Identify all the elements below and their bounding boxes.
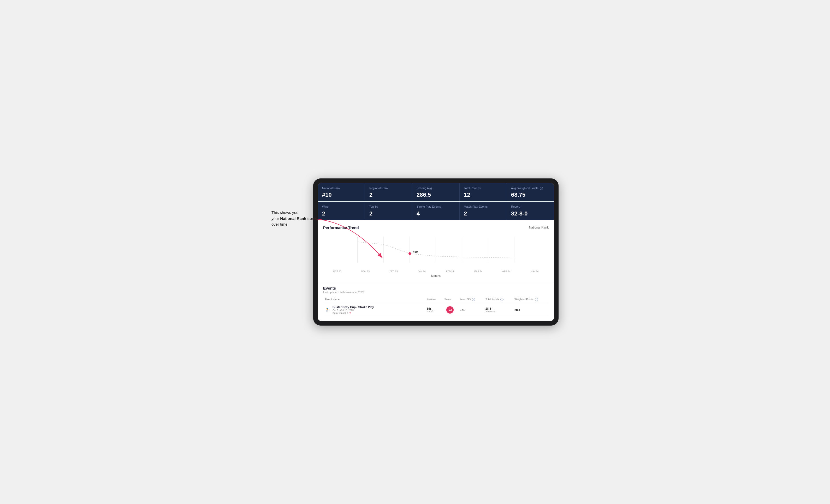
chart-x-label-nov23: NOV 23	[351, 270, 380, 273]
total-points-value: 28.3	[485, 307, 510, 310]
col-event-sg-text: Event SG	[459, 298, 471, 301]
event-name-cell: 🏌️ Buster Cozy Cup - Stroke Play Oct 9 -…	[323, 303, 425, 317]
stat-top3s-label: Top 3s	[369, 205, 408, 208]
stat-regional-rank: Regional Rank 2	[365, 183, 412, 201]
stat-regional-rank-label: Regional Rank	[369, 186, 408, 190]
event-position-sub: out of 7	[427, 310, 440, 313]
chart-x-label-oct23: OCT 23	[323, 270, 351, 273]
chart-x-label-feb24: FEB 24	[436, 270, 464, 273]
stat-avg-weighted-points: Avg. Weighted Points i 68.75	[507, 183, 554, 201]
stat-avg-weighted-label-text: Avg. Weighted Points	[511, 187, 539, 190]
event-date: Oct 9 - Oct 10, 2023	[332, 309, 374, 311]
stat-wins-value: 2	[322, 210, 361, 217]
stat-total-rounds-value: 12	[464, 192, 503, 198]
rank-impact-text: Rank Impact: 3	[332, 312, 348, 314]
stat-match-play-value: 2	[464, 210, 503, 217]
stat-top3s: Top 3s 2	[365, 202, 412, 220]
event-golf-icon: 🏌️	[325, 308, 330, 312]
col-total-points-text: Total Points	[485, 298, 499, 301]
event-details: Buster Cozy Cup - Stroke Play Oct 9 - Oc…	[332, 305, 374, 314]
stat-scoring-avg-value: 286.5	[417, 192, 455, 198]
chart-area: #10	[323, 234, 549, 268]
event-name: Buster Cozy Cup - Stroke Play	[332, 305, 374, 309]
stat-record-value: 32-8-0	[511, 210, 550, 217]
stat-record-label: Record	[511, 205, 550, 208]
col-score: Score	[442, 296, 457, 303]
info-icon-avg-weighted[interactable]: i	[540, 187, 543, 190]
events-last-updated: Last updated: 24th November 2023	[323, 291, 549, 294]
stat-stroke-play-label: Stroke Play Events	[417, 205, 455, 208]
annotation-text: This shows you your National Rank trend …	[272, 210, 318, 228]
event-sg-cell: 0.45	[457, 303, 483, 317]
col-event-sg: Event SG i	[457, 296, 483, 303]
chart-title: Performance Trend	[323, 225, 359, 230]
rank-impact-arrow: ▼	[349, 312, 351, 314]
event-weighted-points-cell: 28.3	[512, 303, 549, 317]
stat-national-rank-value: #10	[322, 192, 361, 198]
total-points-rounds: 3 Rounds	[485, 310, 510, 313]
chart-subtitle: National Rank	[529, 226, 549, 229]
chart-section: Performance Trend National Rank	[318, 220, 554, 282]
stat-scoring-avg-label: Scoring Avg.	[417, 186, 455, 190]
stats-grid-row1: National Rank #10 Regional Rank 2 Scorin…	[318, 183, 554, 201]
stat-national-rank: National Rank #10	[318, 183, 365, 201]
chart-header: Performance Trend National Rank	[323, 225, 549, 230]
tablet-screen: National Rank #10 Regional Rank 2 Scorin…	[318, 183, 554, 321]
chart-x-label-mar24: MAR 24	[464, 270, 492, 273]
events-table: Event Name Position Score Event SG i Tot…	[323, 296, 549, 317]
stat-wins-label: Wins	[322, 205, 361, 208]
annotation-line2: your	[272, 216, 280, 221]
chart-x-label-may24: MAY 24	[520, 270, 549, 273]
score-badge: -22	[446, 306, 454, 313]
col-weighted-points: Weighted Points i	[512, 296, 549, 303]
info-icon-total-points[interactable]: i	[500, 298, 504, 301]
events-title: Events	[323, 286, 549, 290]
chart-x-label-dec23: DEC 23	[380, 270, 408, 273]
chart-x-labels: OCT 23 NOV 23 DEC 23 JAN 24 FEB 24 MAR 2…	[323, 269, 549, 274]
outer-wrapper: This shows you your National Rank trend …	[272, 178, 558, 326]
stat-regional-rank-value: 2	[369, 192, 408, 198]
events-section: Events Last updated: 24th November 2023 …	[318, 282, 554, 321]
annotation-bold: National Rank	[280, 216, 306, 221]
col-position: Position	[425, 296, 442, 303]
stat-stroke-play-value: 4	[417, 210, 455, 217]
chart-marker-label: #10	[413, 250, 418, 253]
stat-total-rounds: Total Rounds 12	[459, 183, 507, 201]
table-row: 🏌️ Buster Cozy Cup - Stroke Play Oct 9 -…	[323, 303, 549, 317]
info-icon-event-sg[interactable]: i	[472, 298, 475, 301]
event-score-cell: -22	[442, 303, 457, 317]
tablet-device: National Rank #10 Regional Rank 2 Scorin…	[313, 178, 558, 326]
annotation-line1: This shows you	[272, 210, 298, 215]
stat-wins: Wins 2	[318, 202, 365, 220]
stat-match-play: Match Play Events 2	[459, 202, 507, 220]
chart-marker-dot	[409, 252, 411, 255]
stat-scoring-avg: Scoring Avg. 286.5	[412, 183, 459, 201]
chart-x-label-apr24: APR 24	[492, 270, 520, 273]
stat-avg-weighted-value: 68.75	[511, 192, 550, 198]
stat-top3s-value: 2	[369, 210, 408, 217]
event-position: 6th	[427, 307, 440, 310]
stat-stroke-play: Stroke Play Events 4	[412, 202, 459, 220]
stat-record: Record 32-8-0	[507, 202, 554, 220]
event-total-points-cell: 28.3 3 Rounds	[483, 303, 512, 317]
stat-total-rounds-label: Total Rounds	[464, 186, 503, 190]
info-icon-weighted-points[interactable]: i	[535, 298, 538, 301]
stats-grid-row2: Wins 2 Top 3s 2 Stroke Play Events 4 Mat…	[318, 202, 554, 220]
chart-axis-label: Months	[323, 274, 549, 277]
stat-match-play-label: Match Play Events	[464, 205, 503, 208]
chart-svg: #10	[323, 234, 549, 268]
stat-avg-weighted-label: Avg. Weighted Points i	[511, 186, 550, 190]
weighted-points-value: 28.3	[514, 308, 520, 311]
col-event-name: Event Name	[323, 296, 425, 303]
events-table-header-row: Event Name Position Score Event SG i Tot…	[323, 296, 549, 303]
col-weighted-points-text: Weighted Points	[514, 298, 534, 301]
chart-x-label-jan24: JAN 24	[408, 270, 436, 273]
col-total-points: Total Points i	[483, 296, 512, 303]
rank-impact: Rank Impact: 3 ▼	[332, 312, 374, 314]
stat-national-rank-label: National Rank	[322, 186, 361, 190]
event-position-cell: 6th out of 7	[425, 303, 442, 317]
